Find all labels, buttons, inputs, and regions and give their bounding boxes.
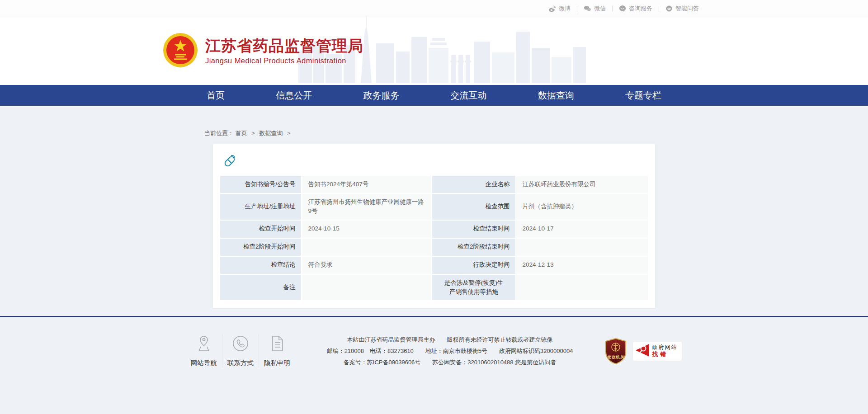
site-title: 江苏省药品监督管理局 — [205, 37, 363, 55]
field-label: 行政决定时间 — [432, 257, 515, 274]
table-row: 备注 是否涉及暂停(恢复)生产销售使用等措施 — [220, 275, 648, 301]
footer-line-contact: 邮编：210008 电话：83273610 地址：南京市鼓楼街5号 政府网站标识… — [327, 345, 573, 357]
field-value — [302, 275, 432, 301]
breadcrumb-link-data-query[interactable]: 数据查询 — [259, 130, 283, 136]
field-value: 江苏联环药业股份有限公司 — [516, 176, 648, 193]
find-error-badge-subtitle: 找错 — [652, 351, 677, 358]
main-content: 当前位置： 首页 > 数据查询 > — [0, 106, 868, 309]
field-label: 检查范围 — [432, 194, 515, 220]
footer-link-privacy[interactable]: 隐私申明 — [259, 334, 295, 367]
top-utility-bar: 微博 微信 咨询服务 智能问答 — [0, 0, 868, 17]
field-value: 片剂（含抗肿瘤类） — [516, 194, 648, 220]
breadcrumb: 当前位置： 首页 > 数据查询 > — [204, 129, 705, 137]
footer-quick-links: 网站导航 联系方式 — [186, 334, 295, 368]
weibo-link[interactable]: 微博 — [542, 5, 577, 13]
field-value: 2024-12-13 — [516, 257, 648, 274]
field-value: 2024-10-15 — [302, 221, 432, 238]
field-label: 检查结束时间 — [432, 221, 515, 238]
site-footer: 网站导航 联系方式 — [0, 317, 868, 395]
weibo-icon — [548, 5, 556, 12]
brand: 江苏省药品监督管理局 Jiangsu Medical Products Admi… — [163, 33, 363, 70]
table-row: 生产地址/注册地址 江苏省扬州市扬州生物健康产业园健康一路9号 检查范围 片剂（… — [220, 194, 648, 220]
footer-link-label: 联系方式 — [222, 359, 259, 367]
footer-link-label: 网站导航 — [186, 359, 222, 367]
field-value: 江苏省扬州市扬州生物健康产业园健康一路9号 — [302, 194, 432, 220]
footer-line-icp: 备案号：苏ICP备09039606号 苏公网安备：32010602010488 … — [327, 357, 573, 368]
table-row: 告知书编号/公告号 告知书2024年第407号 企业名称 江苏联环药业股份有限公… — [220, 176, 648, 193]
consult-service-label: 咨询服务 — [629, 5, 652, 13]
document-icon — [259, 334, 295, 353]
footer-badges: 党政机关 政府网站 找错 — [604, 338, 682, 364]
find-error-badge-title: 政府网站 — [652, 344, 677, 351]
footer-info-text: 本站由江苏省药品监督管理局主办 版权所有未经许可禁止转载或者建立镜像 邮编：21… — [327, 334, 573, 368]
pill-icon — [222, 162, 237, 170]
inspection-detail-table: 告知书编号/公告号 告知书2024年第407号 企业名称 江苏联环药业股份有限公… — [219, 175, 649, 301]
breadcrumb-link-home[interactable]: 首页 — [236, 130, 247, 136]
phone-icon — [222, 334, 259, 353]
footer-link-sitemap[interactable]: 网站导航 — [186, 334, 222, 367]
robot-icon — [665, 5, 673, 12]
footer-link-contact[interactable]: 联系方式 — [222, 334, 259, 367]
breadcrumb-separator: > — [251, 130, 255, 136]
breadcrumb-separator: > — [287, 130, 291, 136]
table-row: 检查2阶段开始时间 检查2阶段结束时间 — [220, 239, 648, 256]
map-pin-icon — [186, 334, 222, 353]
weibo-label: 微博 — [559, 5, 571, 13]
nav-item-special-topics[interactable]: 专题专栏 — [621, 85, 666, 106]
wechat-icon — [584, 5, 591, 12]
field-value — [302, 239, 432, 256]
nav-item-gov-services[interactable]: 政务服务 — [359, 85, 404, 106]
consult-service-link[interactable]: 咨询服务 — [613, 5, 659, 13]
table-row: 检查结论 符合要求 行政决定时间 2024-12-13 — [220, 257, 648, 274]
site-header: 江苏省药品监督管理局 Jiangsu Medical Products Admi… — [0, 17, 868, 85]
find-error-magnifier-icon — [635, 343, 650, 360]
brand-text: 江苏省药品监督管理局 Jiangsu Medical Products Admi… — [205, 37, 363, 65]
field-label: 生产地址/注册地址 — [220, 194, 301, 220]
field-label: 是否涉及暂停(恢复)生产销售使用等措施 — [432, 275, 515, 301]
nav-item-info-disclosure[interactable]: 信息公开 — [271, 85, 316, 106]
field-label: 检查2阶段结束时间 — [432, 239, 515, 256]
gov-site-find-error-badge[interactable]: 政府网站 找错 — [632, 341, 682, 361]
footer-line-host: 本站由江苏省药品监督管理局主办 版权所有未经许可禁止转载或者建立镜像 — [327, 334, 573, 345]
wechat-label: 微信 — [594, 5, 606, 13]
field-value: 告知书2024年第407号 — [302, 176, 432, 193]
wechat-link[interactable]: 微信 — [577, 5, 612, 13]
smart-qa-label: 智能问答 — [675, 5, 699, 13]
field-label: 检查结论 — [220, 257, 301, 274]
field-label: 检查2阶段开始时间 — [220, 239, 301, 256]
field-value: 符合要求 — [302, 257, 432, 274]
pill-icon-row — [219, 152, 649, 175]
footer-link-label: 隐私申明 — [259, 359, 295, 367]
field-label: 告知书编号/公告号 — [220, 176, 301, 193]
nav-item-data-query[interactable]: 数据查询 — [533, 85, 579, 106]
party-gov-badge-label: 党政机关 — [604, 355, 627, 360]
nav-item-home[interactable]: 首页 — [202, 85, 229, 106]
national-emblem-logo — [163, 33, 198, 70]
field-value: 2024-10-17 — [516, 221, 648, 238]
breadcrumb-prefix: 当前位置： — [204, 130, 234, 136]
site-subtitle: Jiangsu Medical Products Administration — [205, 56, 363, 65]
table-row: 检查开始时间 2024-10-15 检查结束时间 2024-10-17 — [220, 221, 648, 238]
field-label: 备注 — [220, 275, 301, 301]
inspection-detail-card: 告知书编号/公告号 告知书2024年第407号 企业名称 江苏联环药业股份有限公… — [212, 144, 656, 309]
smart-qa-link[interactable]: 智能问答 — [659, 5, 705, 13]
field-label: 检查开始时间 — [220, 221, 301, 238]
field-value — [516, 239, 648, 256]
field-label: 企业名称 — [432, 176, 515, 193]
main-navigation: 首页 信息公开 政务服务 交流互动 数据查询 专题专栏 — [0, 85, 868, 106]
field-value — [516, 275, 648, 301]
consult-chat-icon — [619, 5, 626, 12]
party-gov-shield-badge[interactable]: 党政机关 — [604, 338, 627, 364]
nav-item-interaction[interactable]: 交流互动 — [446, 85, 491, 106]
